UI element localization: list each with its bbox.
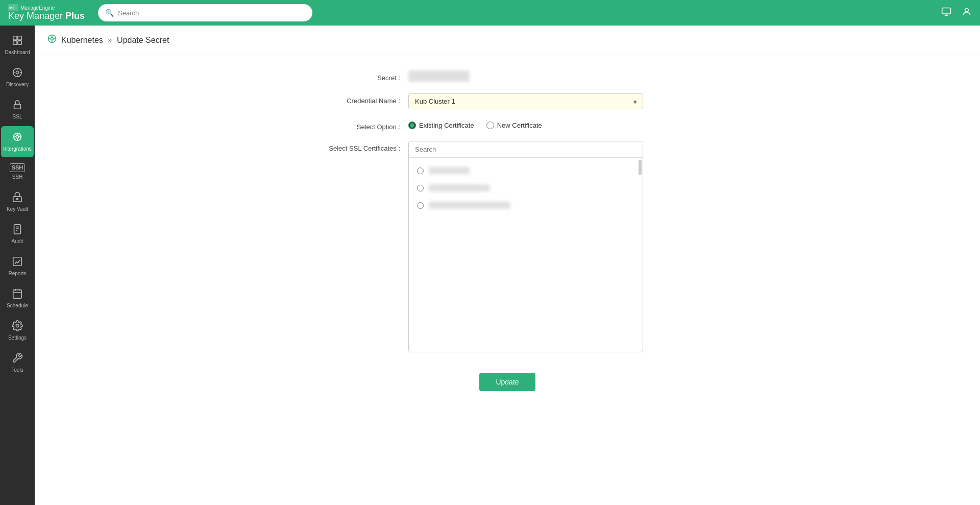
ssl-item-2-text <box>429 184 490 191</box>
discovery-icon <box>12 67 23 80</box>
dashboard-icon <box>12 35 23 47</box>
svg-rect-27 <box>13 257 22 266</box>
ssl-scrollbar <box>639 160 642 175</box>
key-vault-icon <box>12 191 23 204</box>
kubernetes-icon <box>47 34 57 46</box>
radio-existing-label: Existing Certificate <box>419 122 474 129</box>
svg-rect-4 <box>13 36 17 40</box>
select-option-label: Select Option : <box>298 119 400 131</box>
secret-label: Secret : <box>298 70 400 82</box>
sidebar-item-settings-label: Settings <box>8 335 27 341</box>
radio-new-label: New Certificate <box>497 122 542 129</box>
breadcrumb-separator: » <box>108 36 112 44</box>
svg-rect-23 <box>14 225 21 234</box>
sidebar-item-reports-label: Reports <box>8 271 26 277</box>
ssl-search-input[interactable] <box>409 141 643 158</box>
radio-new-input[interactable] <box>486 122 494 129</box>
svg-text:ME: ME <box>9 6 16 10</box>
header-icons <box>941 7 972 19</box>
sidebar-item-audit-label: Audit <box>12 238 23 245</box>
ssl-item-1-text <box>429 167 470 174</box>
ssh-icon: SSH <box>10 163 26 172</box>
ssl-list-item[interactable] <box>409 162 643 179</box>
main-content: Kubernetes » Update Secret Secret : Cred… <box>35 26 980 505</box>
radio-new-certificate[interactable]: New Certificate <box>486 122 542 129</box>
secret-row: Secret : <box>298 70 717 83</box>
ssl-list-item[interactable] <box>409 179 643 197</box>
radio-existing-certificate[interactable]: Existing Certificate <box>408 122 474 129</box>
radio-existing-input[interactable] <box>408 122 416 129</box>
update-button[interactable]: Update <box>479 373 535 391</box>
ssl-item-2-radio[interactable] <box>417 185 424 191</box>
sidebar-item-ssl[interactable]: SSL <box>1 94 34 125</box>
search-icon: 🔍 <box>105 9 114 17</box>
svg-point-9 <box>16 71 19 74</box>
breadcrumb-module: Kubernetes <box>61 36 103 45</box>
svg-rect-6 <box>13 41 17 44</box>
svg-point-32 <box>16 324 19 327</box>
svg-point-3 <box>965 8 969 12</box>
breadcrumb: Kubernetes » Update Secret <box>35 26 980 55</box>
ssl-item-3-text <box>429 202 510 209</box>
schedule-icon <box>12 288 23 301</box>
breadcrumb-page: Update Secret <box>117 36 169 45</box>
audit-icon <box>12 224 23 236</box>
sidebar-item-dashboard-label: Dashboard <box>5 50 30 56</box>
svg-rect-5 <box>18 36 21 40</box>
secret-value <box>408 70 470 82</box>
ssl-item-1-radio[interactable] <box>417 167 424 174</box>
svg-rect-14 <box>14 104 21 109</box>
search-bar[interactable]: 🔍 <box>98 4 312 21</box>
sidebar-item-schedule[interactable]: Schedule <box>1 283 34 314</box>
svg-rect-2 <box>942 8 951 14</box>
sidebar-item-key-vault[interactable]: Key Vault <box>1 186 34 218</box>
sidebar: Dashboard Discovery <box>0 26 35 505</box>
sidebar-item-dashboard[interactable]: Dashboard <box>1 30 34 61</box>
sidebar-item-integrations[interactable]: Intergrations <box>1 126 34 157</box>
ssl-row: Select SSL Certificates : <box>298 141 717 352</box>
sidebar-item-tools[interactable]: Tools <box>1 347 34 378</box>
svg-point-15 <box>16 135 19 138</box>
sidebar-item-settings[interactable]: Settings <box>1 315 34 346</box>
sidebar-item-discovery[interactable]: Discovery <box>1 62 34 93</box>
ssl-label: Select SSL Certificates : <box>298 141 400 152</box>
tools-icon <box>12 352 23 365</box>
brand-main: Key Manager Plus <box>8 11 90 21</box>
credential-label: Credential Name : <box>298 93 400 105</box>
credential-select[interactable]: Kub Cluster 1 Kub Cluster 2 Kub Cluster … <box>408 93 643 109</box>
svg-point-22 <box>17 198 18 200</box>
ssl-list <box>409 158 643 352</box>
sidebar-item-audit[interactable]: Audit <box>1 219 34 250</box>
sidebar-item-reports[interactable]: Reports <box>1 251 34 282</box>
notification-icon[interactable] <box>941 7 951 19</box>
button-row: Update <box>298 363 717 391</box>
secret-value-container <box>408 70 717 83</box>
radio-group: Existing Certificate New Certificate <box>408 119 717 129</box>
sidebar-item-ssl-label: SSL <box>13 114 22 120</box>
logo-area: ME ManageEngine Key Manager Plus <box>8 4 90 21</box>
update-secret-form: Secret : Credential Name : Kub Cluster 1… <box>278 55 737 406</box>
ssl-selector <box>408 141 643 352</box>
user-icon[interactable] <box>962 7 972 19</box>
svg-rect-28 <box>13 290 22 299</box>
brand-top: ME ManageEngine <box>8 4 90 11</box>
ssl-icon <box>12 99 23 112</box>
sidebar-item-ssh[interactable]: SSH SSH <box>1 158 34 185</box>
credential-select-wrapper: Kub Cluster 1 Kub Cluster 2 Kub Cluster … <box>408 93 643 109</box>
settings-icon <box>12 320 23 333</box>
sidebar-item-integrations-label: Intergrations <box>3 146 32 152</box>
select-option-row: Select Option : Existing Certificate New… <box>298 119 717 131</box>
header: ME ManageEngine Key Manager Plus 🔍 <box>0 0 980 26</box>
credential-select-container: Kub Cluster 1 Kub Cluster 2 Kub Cluster … <box>408 93 717 109</box>
sidebar-item-ssh-label: SSH <box>12 174 23 180</box>
search-input[interactable] <box>118 9 305 17</box>
ssl-list-item[interactable] <box>409 197 643 214</box>
sidebar-item-tools-label: Tools <box>11 367 23 373</box>
credential-row: Credential Name : Kub Cluster 1 Kub Clus… <box>298 93 717 109</box>
reports-icon <box>12 256 23 269</box>
svg-rect-7 <box>18 41 21 44</box>
ssl-item-3-radio[interactable] <box>417 202 424 209</box>
sidebar-item-discovery-label: Discovery <box>6 82 29 88</box>
sidebar-item-key-vault-label: Key Vault <box>7 206 28 212</box>
svg-point-34 <box>51 38 54 40</box>
